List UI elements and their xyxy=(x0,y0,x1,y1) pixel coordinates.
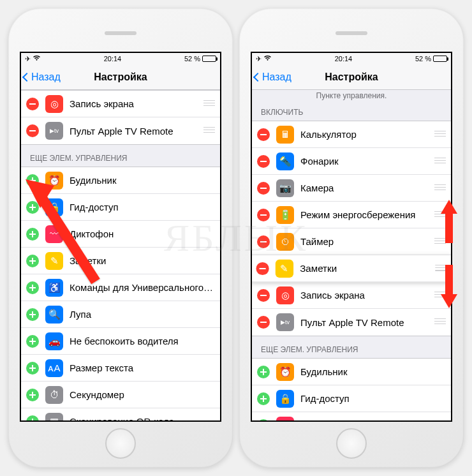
add-button[interactable] xyxy=(26,281,39,294)
app-icon: ᴀA xyxy=(45,359,63,377)
control-row[interactable]: ♿Команды для Универсального дост… xyxy=(21,274,220,301)
row-label: Гид-доступ xyxy=(300,393,446,404)
battery-icon xyxy=(202,56,216,62)
control-row[interactable]: 🔋Режим энергосбережения xyxy=(252,202,451,228)
add-button[interactable] xyxy=(26,415,39,421)
drag-handle-icon[interactable] xyxy=(434,184,446,192)
control-row[interactable]: ▦Сканирование QR-кода xyxy=(21,408,220,420)
row-label: Заметки xyxy=(70,255,215,266)
row-label: Запись экрана xyxy=(70,98,200,109)
remove-button[interactable] xyxy=(257,128,270,141)
row-label: Калькулятор xyxy=(300,129,431,140)
add-button[interactable] xyxy=(26,174,39,187)
control-row[interactable]: 〰Диктофон xyxy=(252,412,451,420)
control-row[interactable]: 🚗Не беспокоить водителя xyxy=(21,328,220,355)
remove-button[interactable] xyxy=(26,98,39,110)
control-row[interactable]: 🖩Калькулятор xyxy=(252,121,451,148)
control-row[interactable]: ▶tvПульт Apple TV Remote xyxy=(252,309,451,336)
battery-pct: 52 % xyxy=(184,55,200,63)
app-icon: 〰 xyxy=(276,417,294,421)
drag-handle-icon[interactable] xyxy=(434,211,446,219)
remove-button[interactable] xyxy=(257,289,270,302)
drag-handle-icon[interactable] xyxy=(434,292,446,299)
drag-handle-icon[interactable] xyxy=(434,131,446,138)
nav-title: Настройка xyxy=(94,71,147,83)
control-row[interactable]: ⏰Будильник xyxy=(252,359,451,385)
more-list: ⏰Будильник🔒Гид-доступ〰Диктофон✎Заметки♿К… xyxy=(21,167,220,420)
more-list: ⏰Будильник🔒Гид-доступ〰Диктофон♿Команды д… xyxy=(252,358,451,420)
control-row[interactable]: ◎Запись экрана xyxy=(252,282,451,309)
add-button[interactable] xyxy=(26,201,39,214)
phone-right: ✈︎ 20:14 52 % Назад Настройка Пункте упр… xyxy=(239,8,464,468)
chevron-left-icon xyxy=(253,72,262,81)
app-icon: 〰 xyxy=(45,225,63,243)
content-right[interactable]: Пункте управления. ВКЛЮЧИТЬ 🖩Калькулятор… xyxy=(252,90,451,420)
back-label: Назад xyxy=(262,71,291,83)
add-button[interactable] xyxy=(26,362,39,375)
remove-button[interactable] xyxy=(256,262,269,274)
control-row[interactable]: ▶tvПульт Apple TV Remote xyxy=(21,117,220,144)
home-button[interactable] xyxy=(336,428,367,459)
drag-handle-icon[interactable] xyxy=(434,238,446,246)
add-button[interactable] xyxy=(26,335,39,348)
back-button[interactable]: Назад xyxy=(254,71,291,83)
nav-title: Настройка xyxy=(325,71,378,83)
home-button[interactable] xyxy=(105,428,136,459)
app-icon: 🚗 xyxy=(45,332,63,350)
control-row[interactable]: ᴀAРазмер текста xyxy=(21,355,220,382)
remove-button[interactable] xyxy=(257,155,270,168)
remove-button[interactable] xyxy=(26,124,39,137)
app-icon: 🔒 xyxy=(45,198,63,216)
add-button[interactable] xyxy=(26,389,39,401)
row-label: Камера xyxy=(300,182,431,193)
back-button[interactable]: Назад xyxy=(24,71,61,83)
drag-handle-icon[interactable] xyxy=(203,100,215,108)
app-icon: 🔍 xyxy=(45,306,63,324)
control-row[interactable]: ✎Заметки xyxy=(252,255,451,282)
row-label: Команды для Универсального дост… xyxy=(70,282,215,293)
add-button[interactable] xyxy=(257,366,270,378)
back-label: Назад xyxy=(31,71,61,83)
control-row[interactable]: ⏰Будильник xyxy=(21,167,220,194)
speaker-slot xyxy=(336,31,367,35)
add-button[interactable] xyxy=(257,419,270,421)
control-row[interactable]: 📷Камера xyxy=(252,175,451,202)
control-row[interactable]: 🔦Фонарик xyxy=(252,148,451,175)
drag-handle-icon[interactable] xyxy=(435,264,446,272)
app-icon: ⏲ xyxy=(276,233,294,251)
control-row[interactable]: ✎Заметки xyxy=(21,248,220,274)
included-list: 🖩Калькулятор🔦Фонарик📷Камера🔋Режим энерго… xyxy=(252,121,451,336)
remove-button[interactable] xyxy=(257,316,270,329)
add-button[interactable] xyxy=(26,228,39,241)
control-row[interactable]: 〰Диктофон xyxy=(21,221,220,248)
drag-handle-icon[interactable] xyxy=(203,127,215,135)
control-row[interactable]: 🔒Гид-доступ xyxy=(21,194,220,221)
remove-button[interactable] xyxy=(257,235,270,248)
control-row[interactable]: 🔍Лупа xyxy=(21,301,220,328)
control-row[interactable]: ⏲Таймер xyxy=(252,228,451,255)
control-row[interactable]: ◎Запись экрана xyxy=(21,91,220,117)
battery-icon xyxy=(433,56,447,62)
app-icon: ◎ xyxy=(45,95,63,113)
content-left[interactable]: ◎Запись экрана▶tvПульт Apple TV Remote Е… xyxy=(21,90,220,420)
app-icon: ▶tv xyxy=(45,122,63,140)
battery-pct: 52 % xyxy=(415,55,431,63)
section-header-include: ВКЛЮЧИТЬ xyxy=(252,105,451,121)
row-label: Лупа xyxy=(70,309,215,320)
row-label: Сканирование QR-кода xyxy=(70,416,215,420)
control-row[interactable]: ⏱Секундомер xyxy=(21,382,220,408)
drag-handle-icon[interactable] xyxy=(434,318,446,326)
remove-button[interactable] xyxy=(257,182,270,195)
status-bar: ✈︎ 20:14 52 % xyxy=(21,53,220,64)
row-label: Гид-доступ xyxy=(70,202,215,212)
app-icon: ♿ xyxy=(45,279,63,297)
screen-left: ✈︎ 20:14 52 % Назад Настройка ◎Запись эк… xyxy=(20,52,221,422)
drag-handle-icon[interactable] xyxy=(434,158,446,165)
app-icon: ⏱ xyxy=(45,386,63,404)
remove-button[interactable] xyxy=(257,209,270,221)
add-button[interactable] xyxy=(26,308,39,321)
add-button[interactable] xyxy=(26,255,39,267)
section-header-more: ЕЩЕ ЭЛЕМ. УПРАВЛЕНИЯ xyxy=(21,145,220,167)
control-row[interactable]: 🔒Гид-доступ xyxy=(252,385,451,412)
add-button[interactable] xyxy=(257,392,270,405)
